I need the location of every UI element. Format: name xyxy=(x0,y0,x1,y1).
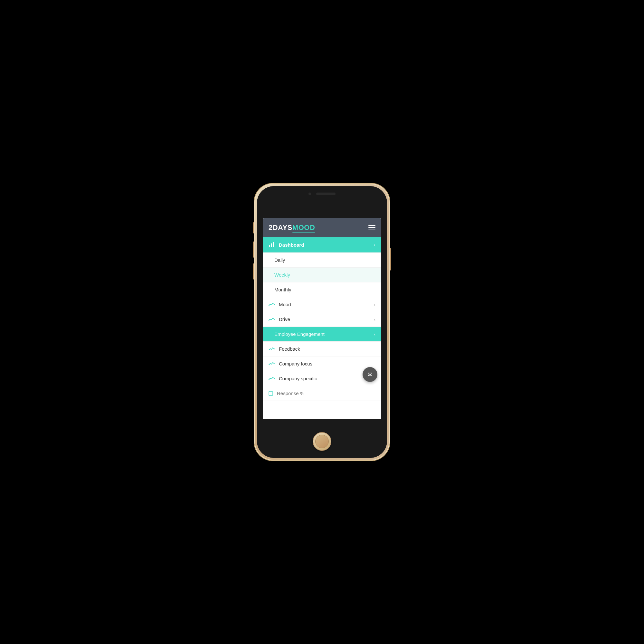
response-checkbox-icon xyxy=(269,391,273,396)
mood-label: Mood xyxy=(279,302,374,307)
drive-label: Drive xyxy=(279,317,374,322)
drive-chevron-icon: ‹ xyxy=(374,317,375,322)
chart-bar-icon xyxy=(269,241,275,248)
menu-item-company-specific[interactable]: Company specific ✉ xyxy=(263,371,381,386)
menu-item-feedback[interactable]: Feedback xyxy=(263,342,381,356)
employee-engagement-label: Employee Engagement xyxy=(274,331,374,337)
menu-item-monthly[interactable]: Monthly xyxy=(263,282,381,297)
volume-up-button[interactable] xyxy=(253,241,254,258)
phone-device: 2DAYS MOOD xyxy=(254,184,390,460)
menu-item-dashboard[interactable]: Dashboard ‹ xyxy=(263,237,381,253)
phone-shell: 2DAYS MOOD xyxy=(254,184,390,460)
menu-item-mood[interactable]: Mood ‹ xyxy=(263,297,381,312)
response-percent-label: Response % xyxy=(277,391,375,396)
company-focus-label: Company focus xyxy=(279,361,375,366)
hamburger-line-3 xyxy=(368,230,375,230)
home-button-inner xyxy=(315,435,329,448)
weekly-label: Weekly xyxy=(274,272,375,278)
svg-rect-1 xyxy=(271,243,272,247)
svg-rect-2 xyxy=(273,242,274,247)
menu-item-response-percent[interactable]: Response % xyxy=(263,386,381,401)
hamburger-menu-button[interactable] xyxy=(368,225,375,230)
dashboard-label: Dashboard xyxy=(279,242,374,248)
menu-item-employee-engagement[interactable]: Employee Engagement ‹ xyxy=(263,327,381,342)
phone-screen: 2DAYS MOOD xyxy=(263,218,381,419)
earpiece-speaker xyxy=(316,193,336,195)
app-header: 2DAYS MOOD xyxy=(263,218,381,237)
mood-chevron-icon: ‹ xyxy=(374,302,375,307)
company-focus-trend-icon xyxy=(269,362,275,366)
drive-trend-icon xyxy=(269,317,275,322)
app-logo: 2DAYS MOOD xyxy=(269,223,315,232)
hamburger-line-2 xyxy=(368,227,375,228)
power-button[interactable] xyxy=(390,248,391,270)
home-button[interactable] xyxy=(313,432,331,451)
feedback-trend-icon xyxy=(269,347,275,351)
volume-down-button[interactable] xyxy=(253,263,254,279)
logo-text-mood: MOOD xyxy=(292,223,315,232)
menu-item-company-focus[interactable]: Company focus xyxy=(263,356,381,371)
menu-item-drive[interactable]: Drive ‹ xyxy=(263,312,381,327)
envelope-icon: ✉ xyxy=(368,371,373,378)
message-fab-button[interactable]: ✉ xyxy=(363,367,377,382)
mood-trend-icon xyxy=(269,302,275,307)
feedback-label: Feedback xyxy=(279,346,375,352)
dashboard-chevron-icon: ‹ xyxy=(374,242,375,247)
phone-bezel: 2DAYS MOOD xyxy=(257,186,387,458)
company-specific-trend-icon xyxy=(269,376,275,381)
monthly-label: Monthly xyxy=(274,287,375,292)
app-content: 2DAYS MOOD xyxy=(263,218,381,419)
svg-rect-0 xyxy=(269,245,270,247)
employee-engagement-chevron-icon: ‹ xyxy=(374,332,375,337)
phone-top-area xyxy=(257,193,387,195)
menu-item-weekly[interactable]: Weekly xyxy=(263,268,381,282)
front-camera xyxy=(308,193,311,195)
logo-text-2days: 2DAYS xyxy=(269,223,292,232)
menu-item-daily[interactable]: Daily xyxy=(263,253,381,268)
hamburger-line-1 xyxy=(368,225,375,226)
company-specific-label: Company specific xyxy=(279,376,375,381)
navigation-menu: Dashboard ‹ Daily Weekly xyxy=(263,237,381,419)
mute-button[interactable] xyxy=(253,222,254,233)
daily-label: Daily xyxy=(274,257,375,263)
